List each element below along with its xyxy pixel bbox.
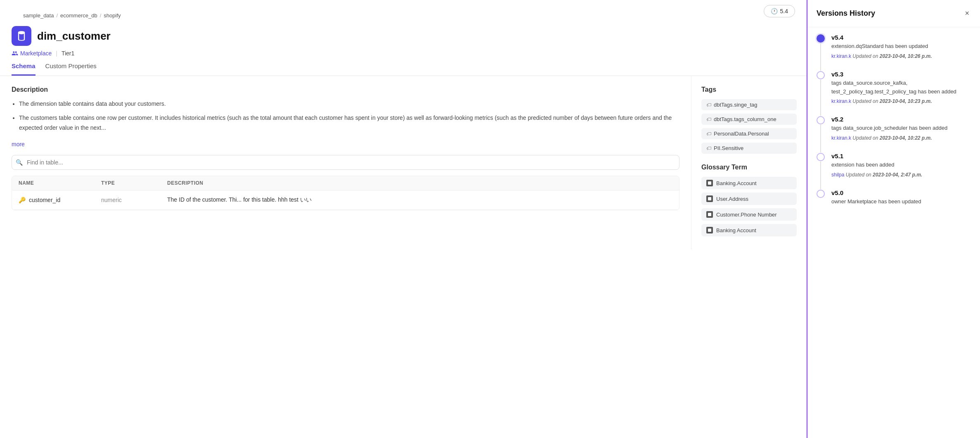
- version-label-2: v5.2: [831, 116, 971, 123]
- version-dot-3: [817, 153, 825, 161]
- version-meta-2: kr.kiran.k Updated on 2023-10-04, 10:22 …: [831, 135, 971, 141]
- meta-divider: |: [56, 50, 57, 57]
- version-body-3: v5.1 extension has been added shilpa Upd…: [831, 152, 971, 178]
- versions-header: Versions History ×: [807, 0, 980, 27]
- version-dot-2: [817, 116, 825, 124]
- version-desc-3: extension has been added: [831, 161, 971, 169]
- glossary-icon-3: [706, 227, 713, 233]
- search-box: 🔍: [12, 155, 679, 170]
- asset-icon: [12, 26, 31, 46]
- search-icon: 🔍: [16, 159, 23, 166]
- version-body-2: v5.2 tags data_source.job_scheduler has …: [831, 116, 971, 141]
- tag-icon-0: 🏷: [706, 102, 711, 108]
- search-input[interactable]: [12, 155, 679, 170]
- glossary-heading: Glossary Term: [701, 164, 797, 171]
- breadcrumb: sample_data / ecommerce_db / shopify: [12, 5, 133, 23]
- version-dot-1: [817, 71, 825, 79]
- tab-custom-properties[interactable]: Custom Properties: [45, 62, 97, 76]
- key-icon: 🔑: [19, 197, 26, 203]
- version-body-4: v5.0 owner Marketplace has been updated: [831, 189, 971, 209]
- cell-type-0: numeric: [95, 190, 161, 209]
- version-list: v5.4 extension.dqStandard has been updat…: [807, 27, 980, 227]
- breadcrumb-shopify[interactable]: shopify: [104, 12, 121, 19]
- schema-table: NAME TYPE DESCRIPTION 🔑 customer_id nume…: [12, 176, 679, 210]
- breadcrumb-sample-data[interactable]: sample_data: [23, 12, 54, 19]
- version-timestamp-0: 2023-10-04, 10:26 p.m.: [880, 53, 932, 59]
- version-badge-label: 5.4: [780, 8, 788, 14]
- version-author-0: kr.kiran.k: [831, 53, 851, 59]
- version-desc-2: tags data_source.job_scheduler has been …: [831, 124, 971, 133]
- glossary-item-3: Banking Account: [701, 224, 797, 236]
- version-timestamp-3: 2023-10-04, 2:47 p.m.: [873, 172, 922, 178]
- marketplace-link[interactable]: Marketplace: [12, 50, 52, 57]
- version-item-0: v5.4 extension.dqStandard has been updat…: [817, 34, 971, 59]
- cell-description-0: The ID of the customer. Thi... for this …: [161, 190, 679, 209]
- version-author-1: kr.kiran.k: [831, 98, 851, 104]
- glossary-item-1: User.Address: [701, 193, 797, 205]
- version-body-0: v5.4 extension.dqStandard has been updat…: [831, 34, 971, 59]
- description-list: The dimension table contains data about …: [19, 99, 679, 133]
- version-item-3: v5.1 extension has been added shilpa Upd…: [817, 152, 971, 178]
- version-desc-0: extension.dqStandard has been updated: [831, 42, 971, 51]
- glossary-icon-0: [706, 180, 713, 186]
- version-item-4: v5.0 owner Marketplace has been updated: [817, 189, 971, 209]
- version-timestamp-1: 2023-10-04, 10:23 p.m.: [880, 98, 932, 104]
- version-item-1: v5.3 tags data_source.source_kafka, test…: [817, 71, 971, 105]
- tag-icon-2: 🏷: [706, 131, 711, 137]
- breadcrumb-sep-2: /: [100, 12, 102, 19]
- tags-section: Tags 🏷 dbtTags.singe_tag 🏷 dbtTags.tags_…: [701, 86, 797, 154]
- col-header-type: TYPE: [95, 176, 161, 190]
- description-item-0: The dimension table contains data about …: [19, 99, 679, 109]
- description-heading: Description: [12, 86, 679, 93]
- asset-header: dim_customer: [0, 23, 807, 46]
- table-header: NAME TYPE DESCRIPTION: [12, 176, 679, 190]
- tabs-row: Schema Custom Properties: [0, 57, 807, 76]
- tag-icon-1: 🏷: [706, 117, 711, 122]
- col-header-name: NAME: [12, 176, 95, 190]
- version-author-2: kr.kiran.k: [831, 135, 851, 141]
- svg-rect-3: [708, 229, 711, 232]
- description-item-1: The customers table contains one row per…: [19, 113, 679, 133]
- tab-schema[interactable]: Schema: [12, 62, 36, 76]
- meta-row: Marketplace | Tier1: [0, 46, 807, 57]
- marketplace-label: Marketplace: [20, 50, 52, 57]
- close-versions-button[interactable]: ×: [963, 7, 971, 19]
- tag-item-3: 🏷 PII.Sensitive: [701, 143, 797, 154]
- version-label-1: v5.3: [831, 71, 971, 78]
- col-header-description: DESCRIPTION: [161, 176, 679, 190]
- version-desc-4: owner Marketplace has been updated: [831, 198, 971, 206]
- version-badge[interactable]: 🕐 5.4: [764, 5, 795, 17]
- svg-rect-0: [708, 181, 711, 185]
- tag-item-1: 🏷 dbtTags.tags_column_one: [701, 114, 797, 125]
- tag-icon-3: 🏷: [706, 145, 711, 151]
- version-meta-3: shilpa Updated on 2023-10-04, 2:47 p.m.: [831, 172, 971, 178]
- tier-label: Tier1: [62, 50, 74, 57]
- version-author-3: shilpa: [831, 172, 844, 178]
- glossary-item-2: Customer.Phone Number: [701, 208, 797, 221]
- tags-heading: Tags: [701, 86, 797, 93]
- version-desc-1: tags data_source.source_kafka, test_2_po…: [831, 79, 971, 96]
- version-label-4: v5.0: [831, 189, 971, 196]
- more-link[interactable]: more: [12, 141, 25, 148]
- version-updated-text-1: Updated on: [852, 98, 878, 104]
- versions-title: Versions History: [817, 9, 875, 18]
- glossary-icon-1: [706, 195, 713, 202]
- version-body-1: v5.3 tags data_source.source_kafka, test…: [831, 71, 971, 105]
- version-updated-text-2: Updated on: [852, 135, 878, 141]
- version-label-0: v5.4: [831, 34, 971, 41]
- version-label-3: v5.1: [831, 152, 971, 159]
- cell-name-0: 🔑 customer_id: [12, 190, 95, 209]
- svg-rect-1: [708, 197, 711, 200]
- breadcrumb-ecommerce-db[interactable]: ecommerce_db: [60, 12, 97, 19]
- version-meta-0: kr.kiran.k Updated on 2023-10-04, 10:26 …: [831, 53, 971, 59]
- version-updated-text-3: Updated on: [846, 172, 871, 178]
- version-updated-text-0: Updated on: [852, 53, 878, 59]
- breadcrumb-sep-1: /: [56, 12, 58, 19]
- clock-icon: 🕐: [771, 8, 778, 14]
- versions-panel: Versions History × v5.4 extension.dqStan…: [807, 0, 980, 438]
- glossary-icon-2: [706, 211, 713, 218]
- version-item-2: v5.2 tags data_source.job_scheduler has …: [817, 116, 971, 141]
- version-dot-0: [817, 34, 825, 43]
- version-timestamp-2: 2023-10-04, 10:22 p.m.: [880, 135, 932, 141]
- version-meta-1: kr.kiran.k Updated on 2023-10-04, 10:23 …: [831, 98, 971, 104]
